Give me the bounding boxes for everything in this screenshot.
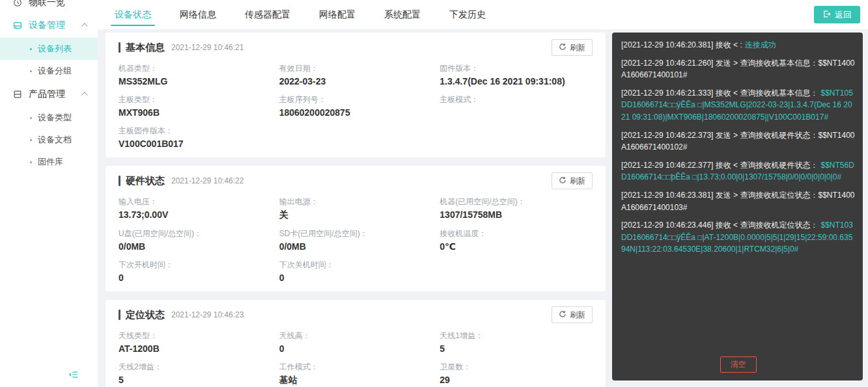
field-label: 天线类型： — [119, 330, 272, 341]
refresh-button[interactable]: 刷新 — [552, 306, 593, 323]
sidebar-item-label: 物联一览 — [29, 0, 65, 8]
back-button-label: 返回 — [835, 9, 852, 21]
overview-icon — [13, 0, 22, 7]
sidebar-item-device-group[interactable]: 设备分组 — [0, 60, 98, 82]
field-value: 5 — [440, 343, 593, 354]
sidebar-item-device-docs[interactable]: 设备文档 — [0, 129, 98, 151]
tab-label: 下发历史 — [449, 9, 486, 21]
field-label: 天线2增益： — [119, 362, 272, 373]
app-window: 物联一览 设备管理 设备列表 设备分组 产品管理 设备类型 — [0, 0, 868, 387]
tab-sensor-config[interactable]: 传感器配置 — [245, 0, 290, 29]
tab-send-history[interactable]: 下发历史 — [449, 0, 486, 29]
tab-network-info[interactable]: 网络信息 — [180, 0, 216, 29]
field-value: 18060200020875 — [279, 107, 432, 118]
sidebar-item-device-type[interactable]: 设备类型 — [0, 107, 98, 129]
tab-label: 网络信息 — [180, 9, 216, 21]
console-panel: [2021-12-29 10:46:20.381] 接收 < :连接成功 [20… — [612, 33, 863, 380]
field: 卫星数：29 — [440, 362, 593, 386]
field: 主板固件版本：V100C001B017 — [119, 126, 272, 150]
back-button[interactable]: 返回 — [814, 6, 860, 23]
sidebar-group-product-management[interactable]: 产品管理 — [0, 82, 98, 107]
field-label: 主板类型： — [119, 94, 272, 105]
sidebar-item-label: 设备列表 — [38, 43, 72, 55]
tab-device-status[interactable]: 设备状态 — [115, 0, 151, 29]
refresh-label: 刷新 — [570, 176, 585, 187]
refresh-icon — [559, 176, 567, 186]
field-label: U盘(已用空间/总空间)： — [119, 228, 272, 239]
field-value: 关 — [279, 209, 432, 221]
field-value: MXT906B — [119, 107, 272, 118]
card-timestamp: 2021-12-29 10:46:22 — [171, 176, 244, 185]
log-prefix: [2021-12-29 10:46:22.373] 发送 > 查询接收机硬件状态… — [621, 131, 855, 152]
sidebar-item-label: 设备类型 — [38, 112, 72, 124]
card-title: 定位状态 — [126, 309, 165, 321]
bullet-icon — [30, 139, 32, 141]
field: 接收机温度：0℃ — [440, 228, 593, 252]
refresh-icon — [559, 310, 567, 320]
field: 天线2增益：5 — [119, 362, 272, 386]
clear-log-button[interactable]: 清空 — [720, 356, 757, 373]
collapse-sidebar-button[interactable] — [69, 370, 78, 382]
content: 基本信息 2021-12-29 10:46:21 刷新 机器类型：MS352ML… — [98, 29, 868, 387]
refresh-label: 刷新 — [570, 310, 585, 321]
sidebar-item-overview[interactable]: 物联一览 — [0, 0, 98, 13]
refresh-label: 刷新 — [570, 42, 585, 53]
log-prefix: [2021-12-29 10:46:21.333] 接收 < 查询接收机基本信息… — [621, 88, 818, 98]
field-value: 0/0MB — [119, 241, 272, 252]
log-entry: [2021-12-29 10:46:21.333] 接收 < 查询接收机基本信息… — [621, 87, 855, 124]
card-header: 基本信息 2021-12-29 10:46:21 刷新 — [119, 39, 593, 56]
field: 输出电源：关 — [279, 196, 432, 221]
field-label: 有效日期： — [279, 63, 432, 74]
field-value: 0/0MB — [279, 241, 432, 252]
tab-system-config[interactable]: 系统配置 — [384, 0, 421, 29]
field: 主板模式： — [440, 94, 593, 118]
card-title: 基本信息 — [126, 42, 165, 54]
sidebar-item-firmware-library[interactable]: 固件库 — [0, 151, 98, 173]
field: U盘(已用空间/总空间)：0/0MB — [119, 228, 272, 252]
field-label: 固件版本： — [440, 63, 593, 74]
field: 天线高：0 — [279, 330, 432, 354]
log-payload: 连接成功 — [745, 40, 776, 49]
tab-label: 系统配置 — [384, 9, 421, 21]
log-prefix: [2021-12-29 10:46:22.377] 接收 < 查询接收机硬件状态… — [621, 161, 818, 170]
title-bar-accent — [119, 310, 120, 320]
field-label: 下次关机时间： — [279, 260, 432, 271]
field-label: 输入电压： — [119, 196, 272, 207]
field: 主板序列号：18060200020875 — [279, 94, 432, 118]
field: 固件版本：1.3.4.7(Dec 16 2021 09:31:08) — [440, 63, 593, 87]
refresh-icon — [559, 43, 567, 53]
sidebar-group-device-management[interactable]: 设备管理 — [0, 13, 98, 38]
tab-label: 网络配置 — [319, 9, 356, 21]
refresh-button[interactable]: 刷新 — [552, 39, 593, 56]
field-grid: 输入电压：13.73;0.00V 输出电源：关 机器(已用空间/总空间)：130… — [119, 196, 593, 291]
return-icon — [822, 10, 831, 20]
field-label: 天线高： — [279, 330, 432, 341]
bullet-icon — [30, 161, 32, 163]
tab-network-config[interactable]: 网络配置 — [319, 0, 356, 29]
field: 天线1增益：5 — [440, 330, 593, 354]
field-value: 0 — [279, 343, 432, 354]
sidebar-item-label: 设备文档 — [38, 134, 72, 146]
field-value: 13.73;0.00V — [119, 209, 272, 220]
field: SD卡(已用空间/总空间)：0/0MB — [279, 228, 432, 252]
field-grid: 天线类型：AT-1200B 天线高：0 天线1增益：5 天线2增益：5 工作模式… — [119, 330, 593, 387]
tab-label: 设备状态 — [115, 9, 151, 21]
sidebar: 物联一览 设备管理 设备列表 设备分组 产品管理 设备类型 — [0, 0, 98, 387]
field-label: 主板序列号： — [279, 94, 432, 105]
field-label: 接收机温度： — [440, 228, 593, 239]
console-log[interactable]: [2021-12-29 10:46:20.381] 接收 < :连接成功 [20… — [621, 39, 855, 353]
field-value: 1.3.4.7(Dec 16 2021 09:31:08) — [440, 76, 593, 87]
card-header: 定位状态 2021-12-29 10:46:23 刷新 — [119, 306, 593, 323]
field-value: 1307/15758MB — [440, 209, 593, 220]
log-prefix: [2021-12-29 10:46:23.446] 接收 < 查询接收机定位状态… — [621, 220, 818, 230]
main-area: 设备状态 网络信息 传感器配置 网络配置 系统配置 下发历史 返回 — [98, 0, 868, 387]
refresh-button[interactable]: 刷新 — [552, 172, 593, 189]
field-label: 下次开机时间： — [119, 260, 272, 271]
status-cards: 基本信息 2021-12-29 10:46:21 刷新 机器类型：MS352ML… — [105, 33, 606, 380]
field-label: 机器类型： — [119, 63, 272, 74]
title-bar-accent — [119, 176, 120, 186]
log-entry: [2021-12-29 10:46:21.260] 发送 > 查询接收机基本信息… — [621, 57, 855, 81]
field: 下次开机时间：0 — [119, 260, 272, 284]
card-basic-info: 基本信息 2021-12-29 10:46:21 刷新 机器类型：MS352ML… — [105, 33, 606, 157]
sidebar-item-device-list[interactable]: 设备列表 — [0, 38, 98, 60]
